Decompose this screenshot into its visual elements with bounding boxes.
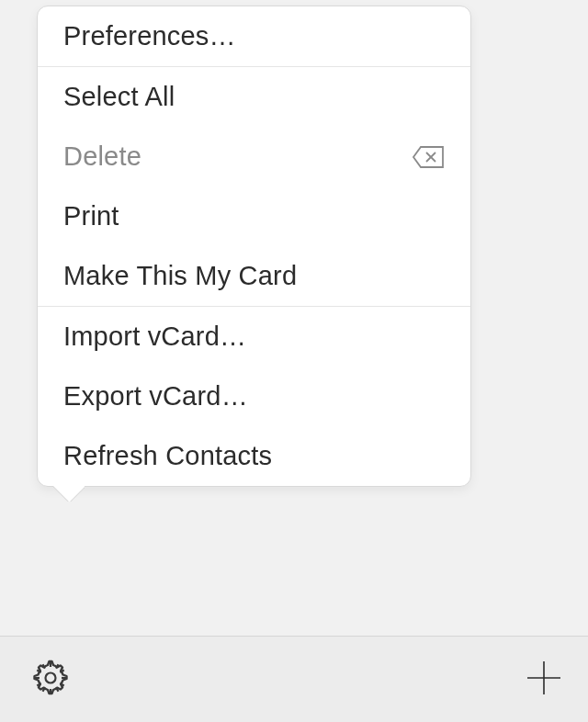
menu-item-label: Select All	[63, 82, 175, 112]
menu-item-print[interactable]: Print	[38, 186, 470, 246]
add-button[interactable]	[524, 658, 564, 702]
menu-item-label: Print	[63, 201, 119, 231]
menu-item-refresh-contacts[interactable]: Refresh Contacts	[38, 426, 470, 486]
menu-item-preferences[interactable]: Preferences…	[38, 6, 470, 66]
settings-button[interactable]	[28, 655, 74, 705]
menu-item-label: Refresh Contacts	[63, 441, 272, 471]
menu-item-import-vcard[interactable]: Import vCard…	[38, 307, 470, 367]
settings-popover: Preferences… Select All Delete Print Mak…	[37, 6, 471, 487]
menu-item-label: Import vCard…	[63, 322, 246, 352]
gear-icon	[28, 655, 74, 705]
menu-item-make-my-card[interactable]: Make This My Card	[38, 246, 470, 306]
menu-item-export-vcard[interactable]: Export vCard…	[38, 367, 470, 426]
menu-item-label: Preferences…	[63, 21, 236, 51]
menu-item-label: Delete	[63, 141, 141, 172]
menu-item-label: Make This My Card	[63, 261, 297, 291]
menu-item-delete: Delete	[38, 127, 470, 186]
popover-arrow	[53, 486, 85, 502]
bottom-toolbar	[0, 636, 588, 722]
plus-icon	[524, 658, 564, 702]
menu-item-select-all[interactable]: Select All	[38, 67, 470, 127]
delete-icon	[412, 145, 445, 169]
svg-point-2	[46, 672, 56, 683]
menu-item-label: Export vCard…	[63, 381, 248, 412]
